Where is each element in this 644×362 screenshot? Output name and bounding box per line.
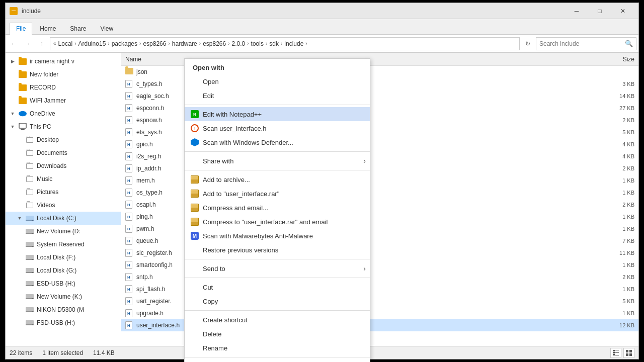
file-size: 5 KB [594, 298, 634, 304]
tab-file[interactable]: File [10, 23, 32, 35]
path-hardware[interactable]: hardware [172, 40, 197, 47]
ctx-compress-rar-email[interactable]: Compress to "user_interface.rar" and ema… [185, 215, 370, 229]
file-size: 11 KB [594, 250, 634, 256]
ctx-delete[interactable]: Delete [185, 327, 370, 341]
sep1: › [74, 41, 76, 46]
path-packages[interactable]: packages [112, 40, 137, 47]
folder-icon [26, 136, 34, 144]
path-local[interactable]: Local [58, 40, 73, 47]
sidebar-item-fsd-usb-h2[interactable]: FSD-USB (H:) [6, 316, 121, 329]
sidebar-item-nikon[interactable]: NIKON D5300 (M [6, 303, 121, 316]
sidebar-item-this-pc[interactable]: ▼ This PC [6, 120, 121, 133]
ctx-rename-label: Rename [203, 344, 227, 352]
refresh-button[interactable]: ↻ [522, 38, 534, 50]
tab-view[interactable]: View [94, 23, 120, 34]
back-button[interactable]: ← [8, 38, 20, 50]
sep8: › [266, 41, 267, 46]
search-input[interactable] [539, 40, 623, 47]
forward-button[interactable]: → [22, 38, 34, 50]
sidebar-item-local-disk-c[interactable]: ▼ Local Disk (C:) [6, 212, 121, 225]
h-file-icon: H [125, 92, 133, 100]
sidebar-label: Music [37, 175, 52, 183]
sidebar-label: NIKON D5300 (M [37, 306, 84, 313]
path-sdk[interactable]: sdk [269, 40, 279, 47]
sidebar-item-system-reserved[interactable]: System Reserved [6, 238, 121, 251]
details-view-button[interactable] [610, 348, 621, 358]
sidebar-item-desktop[interactable]: Desktop [6, 133, 121, 146]
sidebar-item-esd-usb-h[interactable]: ESD-USB (H:) [6, 277, 121, 290]
ctx-edit-notepadpp[interactable]: N Edit with Notepad++ [185, 107, 370, 121]
ctx-compress-email[interactable]: Compress and email... [185, 201, 370, 215]
h-file-icon: H [125, 128, 133, 136]
ctx-add-archive[interactable]: Add to archive... [185, 172, 370, 187]
ctx-scan-user-interface[interactable]: ! Scan user_interface.h [185, 121, 370, 135]
ctx-open-label: Open [203, 78, 219, 85]
file-size: 12 KB [594, 322, 634, 328]
path-esp8266[interactable]: esp8266 [143, 40, 166, 47]
ctx-cut[interactable]: Cut [185, 280, 370, 294]
up-button[interactable]: ↑ [36, 38, 48, 50]
close-button[interactable]: ✕ [611, 3, 634, 19]
expand-icon: ▶ [10, 59, 16, 64]
ctx-scan-defender[interactable]: Scan with Windows Defender... [185, 135, 370, 149]
ctx-notepadpp-label: Edit with Notepad++ [203, 111, 262, 118]
sidebar-item-local-disk-g[interactable]: Local Disk (G:) [6, 264, 121, 277]
ctx-properties[interactable]: Properties [185, 359, 370, 362]
expand-icon [17, 242, 23, 247]
sidebar-item-local-disk-f[interactable]: Local Disk (F:) [6, 251, 121, 264]
window-icon [10, 7, 18, 15]
ctx-share-label: Share with [203, 157, 233, 165]
path-esp8266-2[interactable]: esp8266 [203, 40, 226, 47]
ctx-open-with-header: Open with [185, 61, 370, 74]
sidebar-item-new-volume-k[interactable]: New Volume (K:) [6, 290, 121, 303]
ctx-compress-label: Compress and email... [203, 204, 268, 212]
sidebar-item-new-volume-d[interactable]: New Volume (D: [6, 225, 121, 238]
h-file-icon: H [125, 152, 133, 160]
sidebar-item-new-folder[interactable]: New folder [6, 68, 121, 81]
ctx-copy[interactable]: Copy [185, 294, 370, 308]
large-icons-view-button[interactable] [623, 348, 634, 358]
search-box[interactable]: 🔍 [536, 37, 636, 50]
svg-point-25 [32, 298, 33, 299]
sidebar-item-record[interactable]: RECORD [6, 81, 121, 94]
ctx-edit[interactable]: Edit [185, 88, 370, 103]
sidebar-item-videos[interactable]: Videos [6, 199, 121, 212]
sidebar-item-onedrive[interactable]: ▼ OneDrive [6, 107, 121, 120]
ctx-add-rar[interactable]: Add to "user_interface.rar" [185, 187, 370, 201]
ctx-send-to[interactable]: Send to [185, 261, 370, 276]
path-include[interactable]: include [284, 40, 303, 47]
sidebar-item-pictures[interactable]: Pictures [6, 186, 121, 199]
path-arduino[interactable]: Arduino15 [78, 40, 106, 47]
sidebar-item-ir-camera[interactable]: ▶ ir camera night v [6, 55, 121, 68]
tab-share[interactable]: Share [63, 23, 93, 34]
file-size: 2 KB [594, 202, 634, 208]
path-version[interactable]: 2.0.0 [232, 40, 246, 47]
ctx-create-shortcut[interactable]: Create shortcut [185, 313, 370, 327]
tab-home[interactable]: Home [33, 23, 62, 34]
archive-icon-2 [190, 189, 200, 199]
file-size: 2 KB [594, 165, 634, 171]
sidebar-item-music[interactable]: Music [6, 172, 121, 186]
h-file-icon: H [125, 225, 133, 233]
minimize-button[interactable]: ─ [565, 3, 588, 19]
sidebar-item-downloads[interactable]: Downloads [6, 159, 121, 172]
svg-rect-39 [629, 350, 632, 352]
sidebar-label: FSD-USB (H:) [37, 319, 75, 326]
sidebar-item-wifi-jammer[interactable]: WIFI Jammer [6, 94, 121, 107]
sidebar-item-documents[interactable]: Documents [6, 146, 121, 159]
file-size: 7 KB [594, 238, 634, 244]
ctx-open[interactable]: Open [185, 74, 370, 88]
ctx-restore-versions[interactable]: Restore previous versions [185, 243, 370, 257]
ctx-scan-malwarebytes[interactable]: M Scan with Malwarebytes Anti-Malware [185, 229, 370, 243]
path-tools[interactable]: tools [251, 40, 264, 47]
address-path[interactable]: « Local › Arduino15 › packages › esp8266… [50, 37, 520, 50]
ctx-share-with[interactable]: Share with [185, 154, 370, 168]
h-file-icon: H [125, 273, 133, 281]
ctx-add-rar-label: Add to "user_interface.rar" [203, 190, 279, 198]
ctx-send-to-label: Send to [203, 265, 225, 273]
ctx-divider-2 [185, 151, 370, 152]
maximize-button[interactable]: □ [588, 3, 611, 19]
col-header-size[interactable]: Size [594, 56, 634, 63]
ctx-rename[interactable]: Rename [185, 341, 370, 355]
drive-icon [26, 293, 34, 301]
